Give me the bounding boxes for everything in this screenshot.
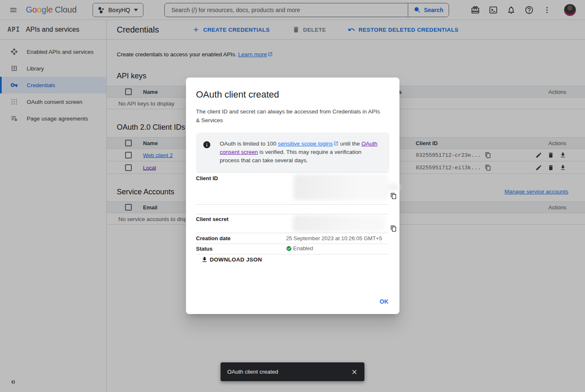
info-icon (203, 141, 211, 149)
close-icon[interactable] (351, 368, 358, 376)
client-secret-label: Client secret (196, 216, 228, 222)
check-circle-icon (286, 246, 292, 251)
download-icon (201, 256, 208, 263)
oauth-client-created-dialog: OAuth client created The client ID and s… (186, 78, 399, 314)
dialog-title: OAuth client created (196, 89, 389, 100)
verification-notice: OAuth is limited to 100 sensitive scope … (196, 133, 389, 172)
status-label: Status (196, 246, 213, 252)
redacted-client-secret (293, 215, 385, 232)
download-json-button[interactable]: DOWNLOAD JSON (201, 256, 262, 263)
sensitive-scope-logins-link[interactable]: sensitive scope logins (278, 141, 339, 147)
external-link-icon (334, 141, 339, 146)
status-badge: Enabled (286, 245, 313, 251)
creation-date-value: 25 September 2023 at 10:26:05 GMT+5 (286, 235, 382, 241)
google-cloud-console: G o o g l e Cloud BoxyHQ Search (0, 0, 585, 392)
ok-button[interactable]: OK (379, 298, 389, 305)
snackbar-message: OAuth client created (227, 369, 351, 375)
snackbar: OAuth client created (221, 362, 364, 381)
copy-icon[interactable] (390, 225, 397, 232)
creation-date-label: Creation date (196, 235, 231, 241)
client-id-label: Client ID (196, 175, 218, 181)
redacted-client-id-tail (387, 183, 399, 191)
redacted-client-id (294, 174, 389, 200)
dialog-subtitle: The client ID and secret can always be a… (196, 108, 384, 125)
copy-icon[interactable] (390, 193, 397, 199)
